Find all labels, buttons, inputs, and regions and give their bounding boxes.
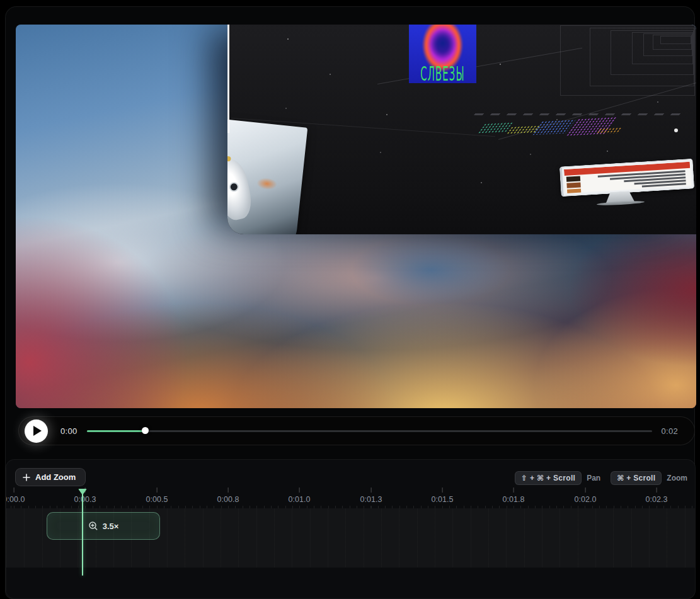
playhead[interactable] — [77, 489, 88, 578]
monitor-base — [597, 200, 645, 206]
add-zoom-label: Add Zoom — [35, 472, 76, 482]
screen-thumbnails — [566, 176, 584, 193]
play-button[interactable] — [25, 419, 48, 443]
zoom-in-icon — [88, 521, 98, 531]
plus-icon — [23, 474, 30, 481]
slider-knob[interactable] — [142, 427, 149, 434]
timeline-panel: Add Zoom ⇧ + ⌘ + Scroll Pan ⌘ + Scroll Z… — [6, 459, 696, 599]
playback-bar: 0:00 0:02 — [18, 416, 695, 445]
monitor-screen — [564, 162, 691, 193]
thumbnail — [566, 176, 580, 182]
zoom-segment-label: 3.5× — [103, 522, 119, 531]
zoom-shortcut-badge: ⌘ + Scroll — [611, 471, 662, 485]
total-time-label: 0:02 — [661, 426, 678, 436]
ruler-tick: 0:00.5 — [146, 488, 168, 504]
monitor-graphic — [559, 159, 695, 197]
slider-track — [87, 430, 652, 432]
ruler-tick: 0:01.0 — [289, 488, 311, 504]
zoom-track[interactable]: 3.5× — [6, 508, 695, 568]
poster-title: СЛВЕЗЫ — [409, 62, 476, 83]
pan-shortcut-badge: ⇧ + ⌘ + Scroll — [515, 471, 582, 485]
ruler-tick: 0:00.0 — [6, 488, 25, 504]
wall-edge-highlight — [227, 25, 229, 133]
play-icon — [33, 426, 42, 436]
thumbnail — [566, 183, 580, 188]
ruler-tick: 0:01.3 — [360, 488, 382, 504]
zoom-segment[interactable]: 3.5× — [47, 512, 160, 540]
zoom-shortcut-label: Zoom — [667, 474, 687, 482]
slider-progress-fill — [87, 430, 145, 432]
current-time-label: 0:00 — [60, 426, 81, 436]
ruler-tick: 0:00.8 — [217, 488, 239, 504]
dot-grid-orange — [595, 127, 623, 134]
app-window: СЛВЕЗЫ — [5, 6, 695, 599]
playhead-line — [82, 494, 84, 576]
ruler-tick: 0:02.0 — [575, 488, 597, 504]
ruler-tick: 0:02.3 — [646, 488, 668, 504]
pan-shortcut-label: Pan — [587, 474, 600, 482]
thermal-face-poster: СЛВЕЗЫ — [409, 25, 476, 83]
screen-text-lines — [586, 170, 686, 192]
grid-caption-marks — [474, 113, 683, 115]
video-preview: СЛВЕЗЫ — [16, 25, 696, 408]
seek-slider[interactable] — [87, 425, 652, 437]
ruler-tick: 0:01.8 — [503, 488, 525, 504]
thumbnail — [567, 188, 581, 193]
ruler-tick: 0:01.5 — [432, 488, 454, 504]
perspective-line — [377, 48, 582, 84]
timeline-ruler[interactable]: 0:00.0 0:00.3 0:00.5 0:00.8 0:01.0 0:01.… — [6, 488, 695, 508]
gallery-3d-panel: СЛВЕЗЫ — [227, 25, 696, 234]
engine-glow — [251, 174, 282, 193]
add-zoom-button[interactable]: Add Zoom — [15, 468, 86, 486]
corridor-frame — [660, 36, 691, 44]
spacecraft-card — [227, 119, 307, 234]
shortcut-hints: ⇧ + ⌘ + Scroll Pan ⌘ + Scroll Zoom — [515, 471, 687, 485]
